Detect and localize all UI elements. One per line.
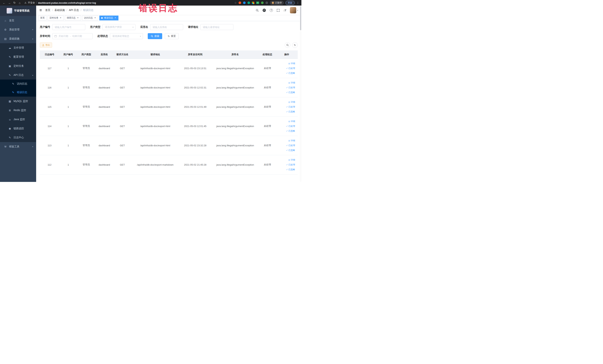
date-range-picker[interactable]: 开始日期 - 结束日期 — [52, 33, 93, 39]
processed-link[interactable]: ✓已处理 — [286, 86, 295, 89]
tab-home[interactable]: 首页 — [38, 16, 46, 20]
tab-scheduled-tasks[interactable]: 定时任务 × — [48, 16, 64, 20]
sidebar-item-redis-monitor[interactable]: ≣ Redis 监控 — [0, 106, 36, 115]
end-date-placeholder[interactable]: 结束日期 — [72, 35, 82, 38]
bookmark-star-icon[interactable]: ☆ — [234, 1, 237, 4]
extension-icon-2[interactable] — [243, 1, 246, 4]
browser-home-icon[interactable]: ⌂ — [18, 1, 22, 4]
app-logo[interactable]: 芋道管理系统 — [0, 6, 36, 16]
chrome-update-button[interactable]: 更新 — [285, 1, 295, 5]
breadcrumb-item[interactable]: 基础设施 — [55, 9, 65, 12]
detail-link[interactable]: ◎详细 — [288, 158, 295, 162]
user-id-input[interactable] — [52, 24, 85, 30]
sidebar-item-system-management[interactable]: ⚙ 系统管理 ▾ — [0, 25, 36, 34]
sidebar-item-java-monitor[interactable]: ☕ Java 监控 — [0, 115, 36, 124]
detail-link[interactable]: ◎详细 — [288, 81, 295, 84]
calendar-icon — [54, 35, 57, 37]
fullscreen-icon[interactable] — [277, 9, 280, 12]
tampermonkey-paused-badge[interactable]: 已暂停 — [270, 1, 284, 5]
close-icon[interactable]: × — [94, 17, 96, 19]
sidebar-item-dev-tools[interactable]: ⚒ 研发工具 ▾ — [0, 142, 36, 151]
browser-back-icon[interactable]: ← — [2, 1, 6, 4]
extension-icon-paw[interactable] — [266, 1, 268, 4]
sidebar-item-access-logs[interactable]: ✎ 访问日志 — [0, 80, 36, 88]
address-bar[interactable]: ⚠ 不安全 dashboard.yudao.iocoder.cn/infra/l… — [24, 1, 96, 4]
sidebar-item-link-tracing[interactable]: ◉ 链路追踪 — [0, 124, 36, 133]
browser-reload-icon[interactable]: ↻ — [13, 1, 16, 4]
request-url-input[interactable] — [200, 24, 233, 30]
sidebar-item-mysql-monitor[interactable]: ▦ MySQL 监控 — [0, 97, 36, 106]
export-button[interactable]: 导出 — [40, 42, 52, 48]
refresh-button[interactable]: ↻ — [292, 42, 298, 48]
processed-link[interactable]: ✓已处理 — [286, 105, 295, 108]
scrollbar[interactable] — [300, 6, 302, 182]
sidebar-item-config-management[interactable]: ✎ 配置管理 — [0, 52, 36, 61]
extension-icon-1[interactable] — [239, 1, 241, 4]
github-icon[interactable] — [263, 9, 266, 12]
ignored-link[interactable]: ✓已忽略 — [286, 168, 295, 171]
reset-button[interactable]: ↻ 重置 — [165, 33, 179, 39]
ignored-link[interactable]: ✓已忽略 — [286, 110, 295, 113]
search-button[interactable]: 搜索 — [148, 33, 162, 39]
search-toggle-button[interactable] — [285, 42, 290, 48]
breadcrumb-item[interactable]: 首页 — [45, 9, 50, 12]
filter-label: 请求地址 — [188, 25, 198, 29]
sidebar-item-error-logs[interactable]: ✎ 错误日志 — [0, 88, 36, 97]
process-status-select[interactable]: 请选择处理状态 ▾ — [110, 33, 143, 39]
ignored-link[interactable]: ✓已忽略 — [286, 129, 295, 133]
extension-on-badge[interactable]: on — [256, 1, 259, 4]
cell-user-type: 管理员 — [77, 155, 95, 174]
cell-log-id: 116 — [40, 78, 59, 97]
tab-scheduler-logs[interactable]: 调度日志 × — [65, 16, 81, 20]
sidebar-item-api-logs[interactable]: ✎ API 日志 ▴ — [0, 70, 36, 80]
breadcrumb-item[interactable]: API 日志 — [69, 9, 79, 12]
processed-link[interactable]: ✓已处理 — [286, 67, 295, 70]
cell-user-type: 管理员 — [77, 78, 95, 97]
help-icon[interactable]: ? — [270, 9, 273, 12]
edit-icon: ✎ — [8, 136, 12, 139]
cell-user-type: 管理员 — [77, 117, 95, 136]
select-placeholder: 请选择处理状态 — [112, 35, 129, 38]
scrollbar-thumb[interactable] — [300, 6, 301, 30]
processed-link[interactable]: ✓已处理 — [286, 144, 295, 147]
tab-access-logs[interactable]: 访问日志 × — [82, 16, 98, 20]
cell-method: GET — [113, 59, 131, 78]
security-label[interactable]: 不安全 — [28, 1, 35, 4]
check-icon: ✓ — [286, 91, 288, 94]
close-icon[interactable]: × — [77, 17, 79, 19]
sidebar-item-scheduled-tasks[interactable]: ▣ 定时任务 — [0, 61, 36, 70]
extension-icon-grid[interactable] — [252, 2, 254, 4]
sidebar-item-file-management[interactable]: ☁ 文件管理 — [0, 43, 36, 52]
extension-icon-leaf[interactable] — [261, 1, 264, 4]
sidebar-item-home[interactable]: ⌂ 首页 — [0, 16, 36, 25]
user-menu[interactable]: ▾ — [290, 7, 298, 13]
sidebar-item-log-center[interactable]: ✎ 日志中心 — [0, 133, 36, 142]
browser-forward-icon[interactable]: → — [7, 1, 11, 4]
detail-link[interactable]: ◎详细 — [288, 139, 295, 142]
table-row: 112 1 管理员 dashboard GET /api/infra/db-do… — [40, 155, 298, 174]
ignored-link[interactable]: ✓已忽略 — [286, 149, 295, 152]
close-icon[interactable]: × — [114, 17, 116, 19]
close-icon[interactable]: × — [59, 17, 62, 19]
ignored-link[interactable]: ✓已忽略 — [286, 71, 295, 75]
start-date-placeholder[interactable]: 开始日期 — [58, 35, 68, 38]
sidebar-toggle-icon[interactable]: ≡ — [39, 8, 42, 12]
detail-link[interactable]: ◎详细 — [288, 101, 295, 104]
processed-link[interactable]: ✓已处理 — [286, 125, 295, 128]
detail-link[interactable]: ◎详细 — [288, 62, 295, 65]
search-icon[interactable] — [256, 9, 259, 12]
tab-error-logs[interactable]: 错误日志 × — [99, 16, 118, 20]
browser-menu-icon[interactable]: ⋮ — [297, 1, 299, 4]
app-name-input[interactable] — [150, 24, 183, 30]
sidebar-item-infrastructure[interactable]: ▤ 基础设施 ▴ — [0, 34, 36, 43]
select-placeholder: 请选择用户类型 — [105, 25, 122, 29]
font-size-icon[interactable]: ↕T — [283, 9, 286, 12]
ignored-link[interactable]: ✓已忽略 — [286, 91, 295, 94]
tools-icon: ⚒ — [4, 145, 7, 148]
user-type-select[interactable]: 请选择用户类型 ▾ — [103, 24, 136, 30]
extension-icon-3[interactable] — [247, 1, 250, 4]
processed-link[interactable]: ✓已处理 — [286, 163, 295, 166]
url-text[interactable]: dashboard.yudao.iocoder.cn/infra/log/api… — [38, 1, 96, 4]
detail-link[interactable]: ◎详细 — [288, 120, 295, 123]
cell-log-id: 115 — [40, 97, 59, 117]
